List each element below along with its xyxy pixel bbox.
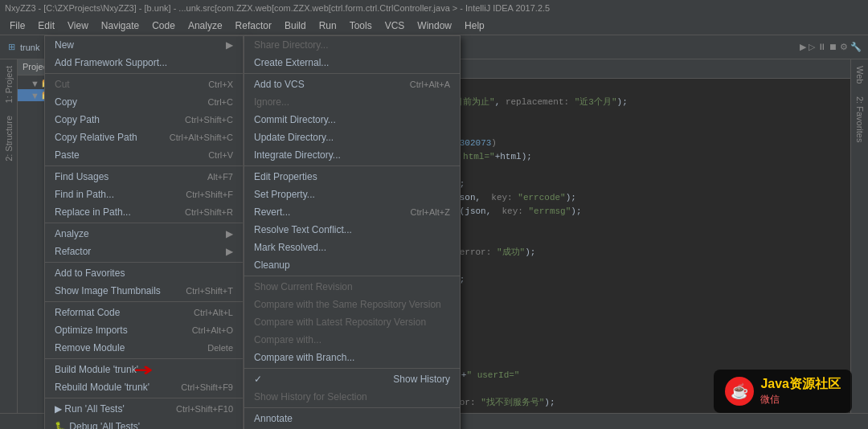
ctx-debug-tests[interactable]: 🐛 Debug 'All Tests' xyxy=(45,418,243,429)
menu-window[interactable]: Window xyxy=(411,18,458,33)
sub-ignore: Ignore... xyxy=(244,93,460,111)
left-tab-structure[interactable]: 2: Structure xyxy=(2,109,16,168)
menu-view[interactable]: View xyxy=(61,18,95,33)
sub-compare-same-repo: Compare with the Same Repository Version xyxy=(244,296,460,313)
ctx-analyze[interactable]: Analyze▶ xyxy=(45,225,243,243)
ctx-find-usages[interactable]: Find UsagesAlt+F7 xyxy=(45,168,243,186)
sub-revert[interactable]: Revert...Ctrl+Alt+Z xyxy=(244,203,460,221)
sub-show-history-selection: Show History for Selection xyxy=(244,388,460,406)
ctx-refactor[interactable]: Refactor▶ xyxy=(45,243,243,260)
sub-add-shortcut: Ctrl+Alt+A xyxy=(410,80,450,89)
sub-resolve-text-conflict[interactable]: Resolve Text Conflict... xyxy=(244,221,460,239)
menu-code[interactable]: Code xyxy=(145,18,182,33)
ctx-sep5 xyxy=(45,301,243,302)
ctx-copy-path[interactable]: Copy PathCtrl+Shift+C xyxy=(45,111,243,129)
sub-sep2 xyxy=(244,165,460,166)
ctx-new[interactable]: New▶ xyxy=(45,36,243,54)
sub-annotate[interactable]: Annotate xyxy=(244,410,460,427)
ctx-replace-in-path-shortcut: Ctrl+Shift+R xyxy=(185,207,233,217)
menu-build[interactable]: Build xyxy=(278,18,313,33)
ctx-replace-in-path[interactable]: Replace in Path...Ctrl+Shift+R xyxy=(45,203,243,221)
sub-edit-properties-label: Edit Properties xyxy=(254,171,317,182)
ctx-sep7 xyxy=(45,398,243,398)
sub-compare-branch[interactable]: Compare with Branch... xyxy=(244,349,460,366)
ctx-paste[interactable]: PasteCtrl+V xyxy=(45,146,243,164)
ctx-run-tests[interactable]: ▶ Run 'All Tests' Ctrl+Shift+F10 xyxy=(45,400,243,418)
menu-run[interactable]: Run xyxy=(313,18,343,33)
sub-compare-with: Compare with... xyxy=(244,331,460,349)
ctx-copy[interactable]: CopyCtrl+C xyxy=(45,93,243,111)
sub-update-directory[interactable]: Update Directory... xyxy=(244,129,460,146)
sub-commit-directory[interactable]: Commit Directory... xyxy=(244,111,460,129)
ctx-optimize-shortcut: Ctrl+Alt+O xyxy=(192,325,233,335)
sub-commit-label: Commit Directory... xyxy=(254,114,336,125)
sub-share-directory: Share Directory... xyxy=(244,36,460,54)
tree-arrow: ▼ xyxy=(31,79,39,88)
ctx-show-image-thumbnails[interactable]: Show Image ThumbnailsCtrl+Shift+T xyxy=(45,282,243,300)
sub-integrate-directory[interactable]: Integrate Directory... xyxy=(244,146,460,164)
submenu-arrow-refactor: ▶ xyxy=(226,246,233,257)
submenu-arrow-analyze: ▶ xyxy=(226,228,233,239)
ctx-cut[interactable]: CutCtrl+X xyxy=(45,76,243,93)
ctx-refactor-label: Refactor xyxy=(55,246,91,257)
watermark-main-text: Java资源社区 xyxy=(760,376,841,393)
ctx-find-in-path[interactable]: Find in Path...Ctrl+Shift+F xyxy=(45,186,243,203)
ctx-add-framework[interactable]: Add Framework Support... xyxy=(45,54,243,72)
menu-file[interactable]: File xyxy=(3,18,31,33)
tree-indent2 xyxy=(21,91,31,100)
ctx-sep4 xyxy=(45,262,243,263)
left-tab-project[interactable]: 1: Project xyxy=(2,59,16,109)
ctx-cut-shortcut: Ctrl+X xyxy=(208,80,233,89)
ctx-paste-label: Paste xyxy=(55,149,80,161)
menu-vcs[interactable]: VCS xyxy=(379,18,411,33)
sub-add-to-vcs[interactable]: Add to VCSCtrl+Alt+A xyxy=(244,76,460,93)
sub-compare-latest-label: Compare with Latest Repository Version xyxy=(254,317,426,328)
ctx-replace-in-path-label: Replace in Path... xyxy=(55,206,131,218)
watermark-sub-text: 微信 xyxy=(760,393,841,407)
sub-sep4 xyxy=(244,368,460,369)
sub-compare-same-label: Compare with the Same Repository Version xyxy=(254,299,441,310)
branch-indicator: ⊞ xyxy=(3,42,20,52)
ctx-run-tests-label: ▶ Run 'All Tests' xyxy=(55,403,125,415)
right-tab-favorites[interactable]: 2: Favorites xyxy=(853,90,867,149)
ctx-copy-shortcut: Ctrl+C xyxy=(208,97,233,107)
ctx-rebuild-shortcut: Ctrl+Shift+F9 xyxy=(181,382,233,392)
ctx-optimize-imports[interactable]: Optimize ImportsCtrl+Alt+O xyxy=(45,321,243,339)
sub-resolve-label: Resolve Text Conflict... xyxy=(254,224,352,235)
ctx-sep2 xyxy=(45,165,243,166)
sub-show-history[interactable]: ✓ Show History xyxy=(244,370,460,388)
sub-mark-resolved[interactable]: Mark Resolved... xyxy=(244,239,460,256)
ctx-show-image-thumbnails-label: Show Image Thumbnails xyxy=(55,285,161,296)
menu-tools[interactable]: Tools xyxy=(343,18,379,33)
ctx-copy-path-label: Copy Path xyxy=(55,114,100,125)
sub-set-property[interactable]: Set Property... xyxy=(244,186,460,203)
subversion-submenu: Share Directory... Create External... Ad… xyxy=(244,35,461,429)
ctx-find-in-path-label: Find in Path... xyxy=(55,189,114,200)
ctx-copy-relative-path[interactable]: Copy Relative PathCtrl+Alt+Shift+C xyxy=(45,129,243,146)
show-history-checkmark: ✓ xyxy=(254,374,262,385)
sub-create-external[interactable]: Create External... xyxy=(244,54,460,72)
sub-cleanup[interactable]: Cleanup xyxy=(244,256,460,274)
sub-add-to-vcs-label: Add to VCS xyxy=(254,79,305,90)
ctx-copy-path-shortcut: Ctrl+Shift+C xyxy=(185,115,233,125)
menu-help[interactable]: Help xyxy=(458,18,491,33)
ctx-find-in-path-shortcut: Ctrl+Shift+F xyxy=(186,190,233,199)
sub-integrate-label: Integrate Directory... xyxy=(254,149,341,161)
sub-cleanup-label: Cleanup xyxy=(254,259,290,271)
menu-analyze[interactable]: Analyze xyxy=(182,18,229,33)
ctx-remove-module[interactable]: Remove ModuleDelete xyxy=(45,339,243,357)
menu-edit[interactable]: Edit xyxy=(31,18,61,33)
ctx-remove-module-label: Remove Module xyxy=(55,342,125,353)
ctx-rebuild-module[interactable]: Rebuild Module 'trunk'Ctrl+Shift+F9 xyxy=(45,378,243,396)
menu-navigate[interactable]: Navigate xyxy=(95,18,145,33)
menu-refactor[interactable]: Refactor xyxy=(229,18,278,33)
ctx-copy-relative-shortcut: Ctrl+Alt+Shift+C xyxy=(170,133,233,142)
sub-set-property-label: Set Property... xyxy=(254,189,315,200)
ctx-reformat-code[interactable]: Reformat CodeCtrl+Alt+L xyxy=(45,304,243,321)
sub-edit-properties[interactable]: Edit Properties xyxy=(244,168,460,186)
watermark: ☕ Java资源社区 微信 xyxy=(714,370,852,413)
ctx-optimize-imports-label: Optimize Imports xyxy=(55,325,128,336)
title-text: NxyZZ3 - [C:\ZXProjects\NxyZZ3] - [b.unk… xyxy=(5,3,550,13)
right-tab-web[interactable]: Web xyxy=(853,59,867,90)
ctx-add-favorites[interactable]: Add to Favorites xyxy=(45,264,243,282)
